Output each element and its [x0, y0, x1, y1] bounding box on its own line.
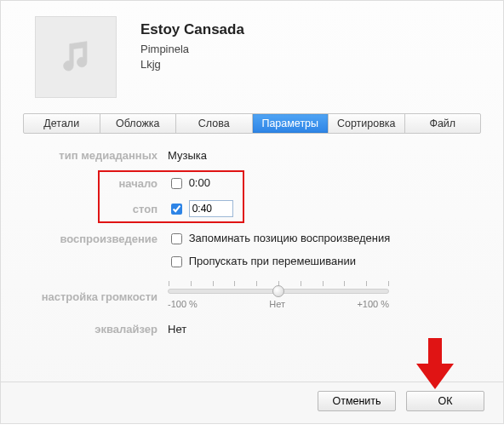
media-type-label: тип медиаданных	[23, 149, 168, 162]
start-checkbox[interactable]	[171, 178, 182, 189]
row-equalizer: эквалайзер Нет	[23, 323, 481, 336]
cancel-button[interactable]: Отменить	[318, 391, 396, 411]
tab-lyrics[interactable]: Слова	[176, 114, 253, 133]
music-note-icon	[56, 37, 95, 78]
tab-details[interactable]: Детали	[24, 114, 100, 133]
dialog-header: Estoy Cansada Pimpinela Lkjg	[1, 1, 503, 108]
volume-max-label: +100 %	[357, 299, 389, 309]
row-volume: настройка громкости	[23, 284, 481, 309]
volume-slider-knob[interactable]	[272, 285, 284, 297]
tab-options[interactable]: Параметры	[253, 114, 329, 133]
start-time-text: 0:00	[189, 176, 210, 189]
row-stop-time: стоп	[23, 200, 481, 217]
options-panel: тип медиаданных Музыка начало 0:00 стоп	[1, 134, 503, 356]
start-label: начало	[23, 177, 168, 190]
song-title: Estoy Cansada	[140, 21, 244, 38]
volume-slider[interactable]: -100 % Нет +100 %	[168, 284, 389, 309]
stop-label: стоп	[23, 203, 168, 215]
playback-label: воспроизведение	[23, 232, 168, 245]
ok-button[interactable]: ОК	[406, 391, 484, 411]
tab-file[interactable]: Файл	[405, 114, 481, 133]
stop-time-input[interactable]	[189, 200, 233, 217]
remember-position-checkbox[interactable]	[171, 233, 182, 244]
row-playback: воспроизведение Запоминать позицию воспр…	[23, 231, 481, 247]
dialog-footer: Отменить ОК	[1, 382, 503, 423]
stop-checkbox[interactable]	[171, 204, 182, 215]
skip-shuffle-label: Пропускать при перемешивании	[189, 255, 356, 267]
artwork-placeholder	[35, 16, 117, 98]
media-type-value[interactable]: Музыка	[168, 149, 481, 162]
volume-label: настройка громкости	[23, 290, 168, 303]
row-start-time: начало 0:00	[23, 175, 481, 192]
equalizer-value[interactable]: Нет	[168, 323, 481, 336]
volume-mid-label: Нет	[269, 299, 285, 309]
song-options-dialog: Estoy Cansada Pimpinela Lkjg Детали Обло…	[0, 0, 504, 424]
tab-artwork[interactable]: Обложка	[100, 114, 177, 133]
song-artist: Pimpinela	[140, 42, 244, 57]
titles: Estoy Cansada Pimpinela Lkjg	[140, 16, 244, 72]
tab-sorting[interactable]: Сортировка	[329, 114, 405, 133]
row-skip-shuffle: Пропускать при перемешивании	[23, 254, 481, 270]
volume-min-label: -100 %	[168, 299, 198, 309]
row-media-type: тип медиаданных Музыка	[23, 149, 481, 162]
remember-position-label: Запоминать позицию воспроизведения	[189, 232, 391, 244]
equalizer-label: эквалайзер	[23, 323, 168, 336]
skip-shuffle-checkbox[interactable]	[171, 256, 182, 267]
tab-bar: Детали Обложка Слова Параметры Сортировк…	[23, 113, 481, 134]
song-album: Lkjg	[140, 57, 244, 72]
